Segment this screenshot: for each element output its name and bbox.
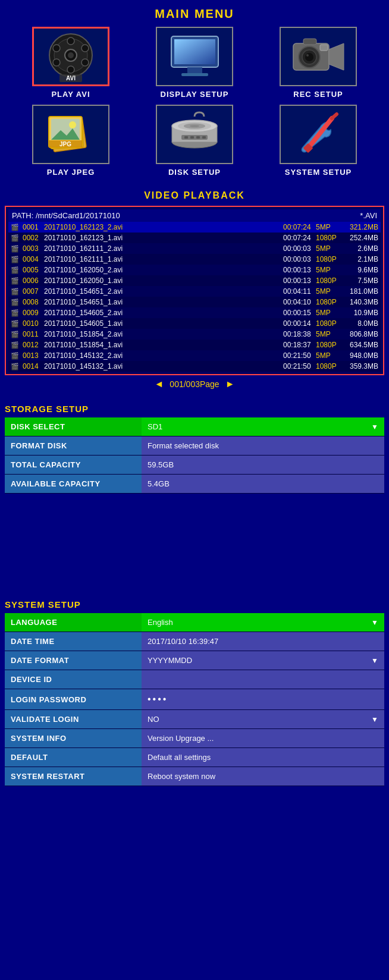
file-list-item[interactable]: 🎬 0011 20171010_151854_2.avi 00:18:38 5M…: [8, 329, 381, 340]
file-resolution: 5MP: [316, 244, 343, 253]
file-size: 948.0MB: [343, 351, 378, 360]
file-list-item[interactable]: 🎬 0012 20171010_151854_1.avi 00:18:37 10…: [8, 340, 381, 350]
camera-icon: [290, 32, 347, 82]
system-rows: LANGUAGE English ▼ DATE TIME 2017/10/10 …: [5, 613, 384, 786]
dropdown-arrow-icon: ▼: [371, 715, 378, 724]
file-name: 20171010_162050_2.avi: [44, 266, 283, 274]
display-setup-icon-box: [156, 27, 233, 86]
system-value: ••••: [142, 689, 384, 709]
jpeg-icon: JPG: [43, 109, 99, 160]
menu-item-play-avi[interactable]: AVI PLAY AVI: [12, 27, 130, 99]
svg-point-7: [81, 45, 89, 52]
play-avi-icon-box: AVI: [32, 27, 109, 86]
svg-point-20: [306, 54, 309, 56]
svg-point-19: [305, 53, 313, 61]
file-resolution: 5MP: [316, 266, 343, 274]
system-label: SYSTEM RESTART: [5, 767, 142, 786]
file-list-item[interactable]: 🎬 0007 20171010_154651_2.avi 00:04:11 5M…: [8, 286, 381, 297]
file-list-item[interactable]: 🎬 0001 20171010_162123_2.avi 00:07:24 5M…: [8, 222, 381, 233]
path-text: PATH: /mnt/SdCard1/20171010: [12, 211, 120, 220]
main-menu-title: MAIN MENU: [0, 0, 389, 27]
file-number: 0012: [23, 341, 44, 349]
next-page-button[interactable]: ►: [225, 379, 235, 390]
file-resolution: 1080P: [316, 298, 343, 306]
file-size: 181.0MB: [343, 287, 378, 296]
file-list-item[interactable]: 🎬 0010 20171010_154605_1.avi 00:00:14 10…: [8, 318, 381, 329]
file-size: 321.2MB: [343, 223, 378, 231]
file-number: 0003: [23, 244, 44, 253]
system-value-text: English: [148, 618, 173, 627]
menu-item-system-setup[interactable]: SYSTEM SETUP: [259, 105, 377, 177]
file-size: 10.9MB: [343, 309, 378, 317]
file-name: 20171010_145132_2.avi: [44, 351, 283, 360]
file-icon: 🎬: [11, 234, 20, 242]
dropdown-arrow-icon: ▼: [371, 423, 378, 431]
file-list-item[interactable]: 🎬 0004 20171010_162111_1.avi 00:00:03 10…: [8, 254, 381, 265]
file-duration: 00:18:38: [283, 330, 316, 338]
disk-icon: [167, 109, 223, 160]
file-name: 20171010_162050_1.avi: [44, 277, 283, 285]
file-duration: 00:00:03: [283, 244, 316, 253]
file-resolution: 5MP: [316, 309, 343, 317]
file-size: 359.3MB: [343, 362, 378, 370]
system-setup-section-title: SYSTEM SETUP: [5, 595, 384, 613]
spacer: [0, 500, 389, 589]
file-number: 0009: [23, 309, 44, 317]
file-name: 20171010_162111_1.avi: [44, 255, 283, 263]
film-reel-icon: AVI: [43, 32, 99, 82]
file-icon: 🎬: [11, 277, 20, 285]
file-duration: 00:00:13: [283, 277, 316, 285]
system-value: Reboot system now: [142, 767, 384, 786]
play-avi-label: PLAY AVI: [51, 90, 90, 99]
file-name: 20171010_151854_1.avi: [44, 341, 283, 349]
menu-item-rec-setup[interactable]: REC SETUP: [259, 27, 377, 99]
storage-value-text: SD1: [148, 422, 162, 431]
file-icon: 🎬: [11, 309, 20, 317]
file-list-item[interactable]: 🎬 0003 20171010_162111_2.avi 00:00:03 5M…: [8, 243, 381, 254]
prev-page-button[interactable]: ◄: [155, 379, 164, 390]
system-label: DEVICE ID: [5, 670, 142, 689]
svg-point-6: [53, 45, 60, 52]
storage-value[interactable]: SD1 ▼: [142, 417, 384, 436]
svg-point-8: [53, 59, 60, 66]
page-indicator: 001/003Page: [170, 379, 219, 389]
file-icon: 🎬: [11, 256, 20, 263]
file-number: 0011: [23, 330, 44, 338]
file-list-item[interactable]: 🎬 0009 20171010_154605_2.avi 00:00:15 5M…: [8, 307, 381, 318]
file-list-item[interactable]: 🎬 0013 20171010_145132_2.avi 00:21:50 5M…: [8, 350, 381, 361]
svg-rect-15: [181, 73, 208, 76]
storage-value-text: 59.5GB: [148, 460, 174, 469]
storage-label: TOTAL CAPACITY: [5, 456, 142, 474]
svg-rect-40: [190, 136, 194, 139]
file-resolution: 5MP: [316, 287, 343, 296]
system-label: VALIDATE LOGIN: [5, 710, 142, 728]
system-row: VALIDATE LOGIN NO ▼: [5, 710, 384, 729]
system-value[interactable]: English ▼: [142, 613, 384, 632]
menu-item-play-jpeg[interactable]: JPG PLAY JPEG: [12, 105, 130, 177]
file-name: 20171010_154605_2.avi: [44, 309, 283, 317]
file-list-item[interactable]: 🎬 0005 20171010_162050_2.avi 00:00:13 5M…: [8, 265, 381, 275]
system-value-text: Default all settings: [148, 753, 211, 762]
storage-label: AVAILABLE CAPACITY: [5, 475, 142, 493]
svg-rect-13: [174, 39, 215, 64]
system-value: [142, 670, 384, 689]
system-label: LOGIN PASSWORD: [5, 689, 142, 709]
storage-setup-section: STORAGE SETUP DISK SELECT SD1 ▼ FORMAT D…: [5, 399, 384, 494]
menu-item-display-setup[interactable]: DISPLAY SETUP: [136, 27, 253, 99]
system-value[interactable]: NO ▼: [142, 710, 384, 728]
system-row: DEVICE ID: [5, 670, 384, 689]
file-list-item[interactable]: 🎬 0014 20171010_145132_1.avi 00:21:50 10…: [8, 361, 381, 372]
file-duration: 00:00:03: [283, 255, 316, 263]
menu-item-disk-setup[interactable]: DISK SETUP: [136, 105, 253, 177]
file-icon: 🎬: [11, 331, 20, 338]
file-list-item[interactable]: 🎬 0008 20171010_154651_1.avi 00:04:10 10…: [8, 297, 381, 307]
svg-point-5: [67, 66, 74, 73]
system-label: DATE TIME: [5, 632, 142, 651]
file-list-item[interactable]: 🎬 0006 20171010_162050_1.avi 00:00:13 10…: [8, 275, 381, 286]
play-jpeg-label: PLAY JPEG: [47, 168, 95, 177]
file-number: 0014: [23, 362, 44, 370]
file-list-item[interactable]: 🎬 0002 20171010_162123_1.avi 00:07:24 10…: [8, 233, 381, 243]
system-value[interactable]: YYYYMMDD ▼: [142, 651, 384, 670]
file-resolution: 1080P: [316, 362, 343, 370]
system-value-text: Version Upgrage ...: [148, 734, 214, 743]
